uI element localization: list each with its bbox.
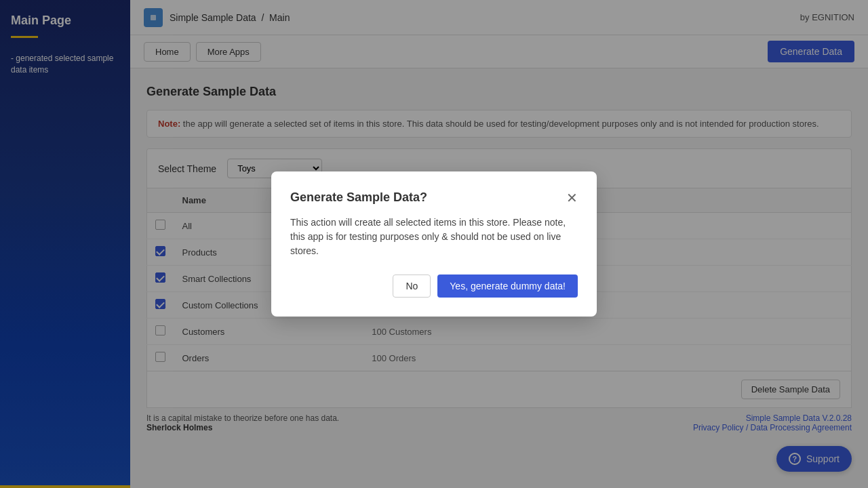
modal-body: This action will create all selected ite… <box>290 216 578 258</box>
modal-header: Generate Sample Data? ✕ <box>290 190 578 205</box>
modal-yes-button[interactable]: Yes, generate dummy data! <box>437 274 578 298</box>
modal-overlay[interactable]: Generate Sample Data? ✕ This action will… <box>0 0 868 488</box>
modal-no-button[interactable]: No <box>393 274 431 298</box>
modal-dialog: Generate Sample Data? ✕ This action will… <box>271 171 597 317</box>
modal-close-button[interactable]: ✕ <box>566 191 578 205</box>
modal-footer: No Yes, generate dummy data! <box>290 274 578 298</box>
modal-title: Generate Sample Data? <box>290 190 427 205</box>
